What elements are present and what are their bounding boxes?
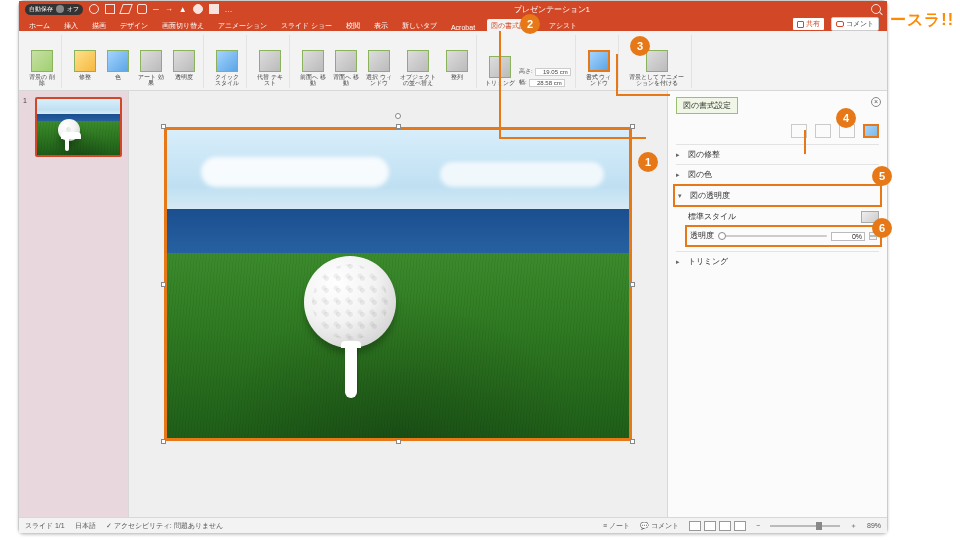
handle-n[interactable] <box>396 124 401 129</box>
section-transparency[interactable]: ▾図の透明度 <box>678 188 877 203</box>
section-corrections-label: 図の修整 <box>688 149 720 160</box>
tab-slideshow[interactable]: スライド ショー <box>279 19 334 31</box>
tab-transitions[interactable]: 画面切り替え <box>160 19 206 31</box>
remove-bg-button[interactable]: 背景の 削除 <box>27 50 57 87</box>
qat-triangle-icon[interactable]: ▲ <box>179 5 187 14</box>
callout-2: 2 <box>520 14 540 34</box>
tab-insert[interactable]: 挿入 <box>62 19 80 31</box>
status-bar: スライド 1/1 日本語 ✓ アクセシビリティ: 問題ありません ≡ ノート 💬… <box>19 517 887 533</box>
qat-line-icon[interactable]: ─ <box>153 5 159 14</box>
handle-w[interactable] <box>161 282 166 287</box>
share-button[interactable]: 共有 <box>792 17 825 31</box>
pane-title: 図の書式設定 <box>676 97 738 114</box>
ribbon-tabs: ホーム 挿入 描画 デザイン 画面切り替え アニメーション スライド ショー 校… <box>19 17 887 31</box>
tab-acrobat[interactable]: Acrobat <box>449 22 477 31</box>
height-field[interactable]: 19.05 cm <box>535 68 571 76</box>
zoom-value[interactable]: 89% <box>867 522 881 529</box>
view-slideshow-button[interactable] <box>734 521 746 531</box>
callout-1: 1 <box>638 152 658 172</box>
notes-button[interactable]: ≡ ノート <box>603 521 630 531</box>
qat-filled-circle-icon[interactable] <box>193 4 203 14</box>
status-lang: 日本語 <box>75 521 96 531</box>
autosave-state: オフ <box>67 5 79 14</box>
pane-close-button[interactable]: × <box>871 97 881 107</box>
transparency-value[interactable]: 0% <box>831 232 865 241</box>
section-corrections[interactable]: ▸図の修整 <box>676 144 879 164</box>
width-field[interactable]: 28.58 cm <box>529 79 565 87</box>
tab-design[interactable]: デザイン <box>118 19 150 31</box>
qat-arrow-icon[interactable]: → <box>165 5 173 14</box>
send-backward-button[interactable]: 背面へ 移動 <box>331 50 361 87</box>
slider-knob[interactable] <box>718 232 726 240</box>
autosave-toggle[interactable]: 自動保存 オフ <box>25 4 83 15</box>
pane-tab-picture-icon[interactable] <box>863 124 879 138</box>
quick-access-toolbar: ─ → ▲ … <box>89 4 233 14</box>
format-pane-button[interactable]: 書式 ウィンドウ <box>584 50 614 87</box>
transparency-button[interactable]: 透明度 <box>169 50 199 87</box>
share-icon <box>797 21 804 28</box>
handle-s[interactable] <box>396 439 401 444</box>
comments-button[interactable]: コメント <box>831 17 879 31</box>
reorder-button[interactable]: オブジェクト の並べ替え <box>397 50 439 87</box>
selection-pane-button[interactable]: 選択 ウィンドウ <box>364 50 394 87</box>
view-reading-button[interactable] <box>719 521 731 531</box>
qat-parallelogram-icon[interactable] <box>119 4 133 14</box>
status-a11y[interactable]: ✓ アクセシビリティ: 問題ありません <box>106 521 223 531</box>
format-pane: 図の書式設定 × ▸図の修整 ▸図の色 ▾図の透明度 標準スタイル <box>667 91 887 517</box>
qat-roundrect-icon[interactable] <box>137 4 147 14</box>
bring-forward-button[interactable]: 前面へ 移動 <box>298 50 328 87</box>
zoom-slider[interactable] <box>770 525 840 527</box>
search-icon[interactable] <box>871 4 881 14</box>
handle-ne[interactable] <box>630 124 635 129</box>
handle-e[interactable] <box>630 282 635 287</box>
comments-button[interactable]: 💬 コメント <box>640 521 679 531</box>
tab-animations[interactable]: アニメーション <box>216 19 269 31</box>
section-crop-label: トリミング <box>688 256 728 267</box>
qat-square-icon[interactable] <box>105 4 115 14</box>
slide-canvas[interactable] <box>129 91 667 517</box>
corrections-button[interactable]: 修整 <box>70 50 100 87</box>
selected-picture[interactable] <box>164 127 632 441</box>
tab-review[interactable]: 校閲 <box>344 19 362 31</box>
alt-text-button[interactable]: 代替 テキスト <box>255 50 285 87</box>
body: 1 <box>19 91 887 517</box>
tab-draw[interactable]: 描画 <box>90 19 108 31</box>
tab-assist[interactable]: アシスト <box>547 19 579 31</box>
section-color-label: 図の色 <box>688 169 712 180</box>
pane-tab-effects-icon[interactable] <box>815 124 831 138</box>
artistic-button[interactable]: アート 効果 <box>136 50 166 87</box>
zoom-in-button[interactable]: ＋ <box>850 521 857 531</box>
zoom-out-button[interactable]: − <box>756 522 760 529</box>
section-transparency-label: 図の透明度 <box>690 190 730 201</box>
handle-nw[interactable] <box>161 124 166 129</box>
callout-line <box>499 137 646 139</box>
qat-filled-square-icon[interactable] <box>209 4 219 14</box>
color-button[interactable]: 色 <box>103 50 133 87</box>
qat-circle-icon[interactable] <box>89 4 99 14</box>
transparency-slider[interactable] <box>718 235 827 237</box>
handle-se[interactable] <box>630 439 635 444</box>
thumb-number: 1 <box>23 97 27 104</box>
title-bar: 自動保存 オフ ─ → ▲ … プレゼンテーション1 <box>19 1 887 17</box>
section-crop[interactable]: ▸トリミング <box>676 251 879 271</box>
view-sorter-button[interactable] <box>704 521 716 531</box>
slide-thumbnails: 1 <box>19 91 129 517</box>
align-button[interactable]: 整列 <box>442 50 472 87</box>
qat-text-icon[interactable]: … <box>225 5 233 14</box>
status-slide: スライド 1/1 <box>25 521 65 531</box>
autosave-dot-icon <box>56 5 64 13</box>
quick-styles-button[interactable]: クイック スタイル <box>212 50 242 87</box>
tab-home[interactable]: ホーム <box>27 19 52 31</box>
selection-frame <box>164 127 632 441</box>
rotate-handle[interactable] <box>395 113 401 119</box>
thumb-slide-1[interactable] <box>35 97 122 157</box>
chevron-down-icon: ▾ <box>678 192 686 200</box>
view-normal-button[interactable] <box>689 521 701 531</box>
section-color[interactable]: ▸図の色 <box>676 164 879 184</box>
tab-custom[interactable]: 新しいタブ <box>400 19 439 31</box>
callout-6: 6 <box>872 218 892 238</box>
handle-sw[interactable] <box>161 439 166 444</box>
height-label: 高さ: <box>519 67 533 76</box>
tab-view[interactable]: 表示 <box>372 19 390 31</box>
callout-line <box>616 94 670 96</box>
